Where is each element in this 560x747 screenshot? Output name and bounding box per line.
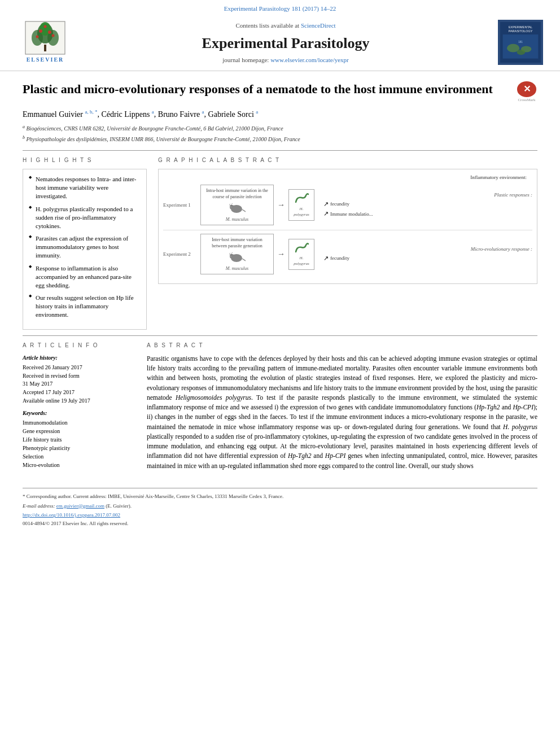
doi-line: http://dx.doi.org/10.1016/j.exppara.2017… [23,512,537,519]
svg-point-24 [230,206,231,207]
highlights-graphical-row: H I G H L I G H T S Nematodes responses … [23,156,537,330]
abstract-heading: A B S T R A C T [147,342,537,350]
highlights-heading: H I G H L I G H T S [23,156,147,164]
author-emmanuel: Emmanuel Guivier a, b, * [23,110,97,119]
experiment-2-row: Experiment 2 Inter-host immune variation… [163,234,532,274]
highlights-list: Nematodes responses to Intra- and inter-… [23,169,147,330]
article-footer: * Corresponding author. Current address:… [23,488,537,527]
abstract-text: Parasitic organisms have to cope with th… [147,354,537,471]
highlights-column: H I G H L I G H T S Nematodes responses … [23,156,147,330]
svg-point-8 [36,36,39,38]
crossmark-label: CrossMark [518,98,535,103]
svg-point-29 [230,256,231,257]
author-gabriele: Gabriele Sorci a [208,110,259,119]
worm-icon-1 [294,192,309,204]
svg-line-23 [242,209,246,212]
crossmark-badge[interactable]: ✕ CrossMark [516,81,537,103]
affiliations-block: a Biogéosciences, CNRS UMR 6282, Univers… [23,124,537,144]
cover-svg: EXPERIMENTAL PARASITOLOGY 181 [498,22,542,63]
highlight-item-4: Response to inflammation is also accompa… [29,264,141,290]
corresponding-note: * Corresponding author. Current address:… [23,493,537,500]
doi-link[interactable]: http://dx.doi.org/10.1016/j.exppara.2017… [23,512,120,518]
elsevier-tree-icon [25,21,65,55]
article-title: Plastic and micro-evolutionary responses… [23,81,516,98]
email-link[interactable]: em.guivier@gmail.com [56,503,104,509]
journal-header: Experimental Parasitology 181 (2017) 14–… [0,0,560,71]
fecundity-result-1: ↗ fecundity [318,200,532,208]
graphical-abstract-heading: G R A P H I C A L A B S T R A C T [158,156,537,164]
journal-banner: ELSEVIER Contents lists available at Sci… [11,16,549,68]
author-bruno: Bruno Faivre a [158,110,204,119]
article-info-abstract-row: A R T I C L E I N F O Article history: R… [23,342,537,471]
svg-line-28 [242,259,246,261]
worm-latin-2: H. polygyrus [292,256,310,267]
section-divider-1 [23,150,537,151]
article-history: Article history: Received 26 January 201… [23,354,135,405]
article-title-section: Plastic and micro-evolutionary responses… [23,81,537,103]
graphical-abstract-box: Inflammatory environment: Experiment 1 I… [158,169,537,284]
ga-row-divider [163,230,532,230]
arrow-1: → [277,199,285,211]
experiment-1-worm-box: H. polygyrus [288,189,314,220]
journal-cover-image: EXPERIMENTAL PARASITOLOGY 181 [498,20,543,65]
micro-evo-label: Micro-evolutionary response : [318,246,532,253]
available-online: Available online 19 July 2017 [23,397,135,405]
experiment-1-label: Experiment 1 [163,202,197,209]
arrow-2: → [277,248,285,260]
highlight-item-2: H. polygyrus plastically responded to a … [29,205,141,230]
journal-homepage: journal homepage: www.elsevier.com/locat… [73,56,498,64]
received-revised: Received in revised form31 May 2017 [23,372,135,388]
svg-point-10 [52,34,55,37]
homepage-link[interactable]: www.elsevier.com/locate/yexpr [270,56,349,63]
svg-text:PARASITOLOGY: PARASITOLOGY [509,30,533,33]
keyword-2: Gene expression [23,427,135,435]
mouse-latin-1: M. musculus [204,216,270,222]
mouse-icon-1 [229,202,246,214]
article-info-column: A R T I C L E I N F O Article history: R… [23,342,135,471]
fecundity-result-2: ↗ fecundity [318,254,532,263]
micro-evo-responses-box: Micro-evolutionary response : ↗ fecundit… [318,246,532,263]
highlight-item-3: Parasites can adjust the expression of i… [29,234,141,260]
mouse-latin-2: M. musculus [204,265,270,272]
keyword-5: Selection [23,453,135,461]
history-label: Article history: [23,354,135,362]
affiliation-b: b Physiopathologie des dyslipidémies, IN… [23,134,537,143]
experiment-2-worm-box: H. polygyrus [288,239,314,270]
experiment-2-label: Experiment 2 [163,251,197,258]
keywords-label: Keywords: [23,409,135,417]
sciencedirect-label: Contents lists available at ScienceDirec… [73,20,498,30]
abstract-column: A B S T R A C T Parasitic organisms have… [147,342,537,471]
journal-center: Contents lists available at ScienceDirec… [73,20,498,64]
svg-point-19 [517,50,526,55]
highlight-item-5: Our results suggest selection on Hp life… [29,294,141,319]
svg-point-7 [48,30,51,34]
worm-icon-2 [294,242,309,254]
issn-line: 0014-4894/© 2017 Elsevier Inc. All right… [23,520,537,527]
authors-line: Emmanuel Guivier a, b, *, Cédric Lippens… [23,108,537,120]
experiment-2-mouse-box: Inter-host immune variation between para… [200,234,274,274]
elsevier-logo: ELSEVIER [17,21,73,64]
journal-title: Experimental Parasitology [73,33,498,54]
svg-text:EXPERIMENTAL: EXPERIMENTAL [509,25,532,29]
svg-text:181: 181 [518,41,523,43]
immune-modulation-result: ↗ Immune modulatio... [318,209,532,218]
keyword-1: Immunomodulation [23,419,135,427]
crossmark-icon: ✕ [517,81,536,97]
intra-host-label: Intra-host immune variation in the cours… [204,187,270,200]
keyword-3: Life history traits [23,436,135,444]
sciencedirect-link[interactable]: ScienceDirect [301,22,336,29]
svg-point-6 [39,29,42,33]
inflammatory-env-header: Inflammatory environment: [163,174,532,181]
keyword-6: Micro-evolution [23,461,135,469]
worm-latin-1: H. polygyrus [292,207,310,218]
plastic-responses-label: Plastic responses : [318,191,532,199]
plastic-responses-box: Plastic responses : ↗ fecundity ↗ Immune… [318,191,532,218]
graphical-abstract-column: G R A P H I C A L A B S T R A C T Inflam… [158,156,537,330]
elsevier-label: ELSEVIER [27,56,64,64]
email-line: E-mail address: em.guivier@gmail.com (E.… [23,503,537,510]
inter-host-label: Inter-host immune variation between para… [204,237,270,249]
keyword-4: Phenotypic plasticity [23,444,135,452]
accepted-date: Accepted 17 July 2017 [23,388,135,396]
mouse-icon-2 [229,251,246,263]
keywords-block: Keywords: Immunomodulation Gene expressi… [23,409,135,469]
